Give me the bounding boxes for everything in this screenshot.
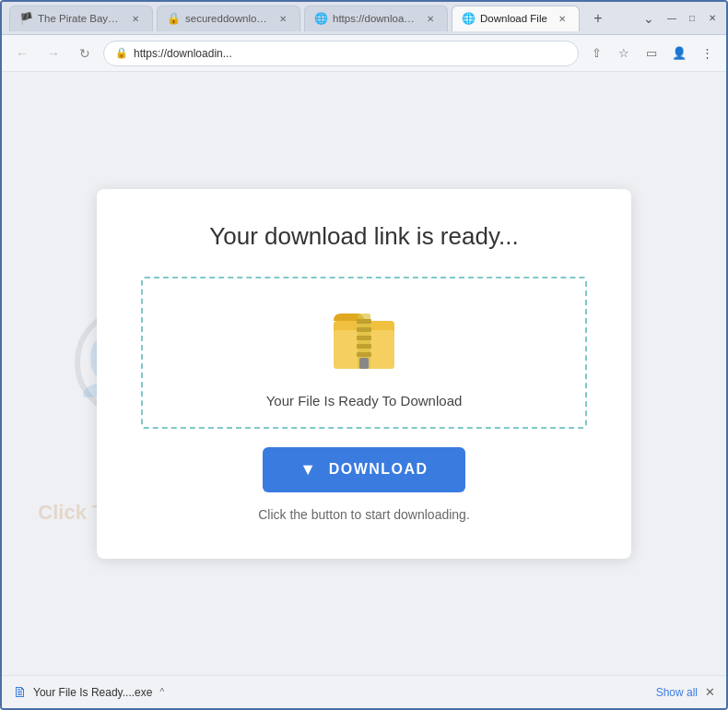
tabs-chevron-icon[interactable]: ⌄ — [640, 9, 658, 28]
status-bar-close[interactable]: ✕ — [705, 685, 715, 699]
tab-piratebay-icon: 🏴 — [19, 12, 32, 25]
status-bar-right: Show all ✕ — [656, 685, 715, 699]
page-content: 👤 PZ Click To View Your download link is… — [2, 72, 726, 675]
tab-https-label: https://downloadin... — [333, 13, 416, 24]
tab-downloadfile[interactable]: 🌐 Download File ✕ — [452, 6, 580, 31]
download-item-chevron[interactable]: ^ — [159, 687, 164, 697]
minimize-button[interactable]: — — [665, 12, 678, 25]
svg-rect-4 — [357, 327, 371, 332]
title-bar: 🏴 The Pirate Bay - T... ✕ 🔒 secureddownl… — [2, 2, 726, 35]
file-box: Your File Is Ready To Download — [141, 277, 587, 429]
download-card: Your download link is ready... — [97, 189, 631, 559]
close-button[interactable]: ✕ — [706, 12, 719, 25]
tabs-container: 🏴 The Pirate Bay - T... ✕ 🔒 secureddownl… — [9, 6, 640, 31]
tab-secureddownload[interactable]: 🔒 secureddownload ✕ — [157, 6, 300, 31]
menu-button[interactable]: ⋮ — [695, 41, 719, 65]
share-button[interactable]: ⇧ — [584, 41, 608, 65]
file-ready-text: Your File Is Ready To Download — [161, 393, 567, 408]
download-icon: ▼ — [299, 460, 317, 479]
svg-rect-7 — [357, 352, 371, 357]
tab-https[interactable]: 🌐 https://downloadin... ✕ — [304, 6, 448, 31]
maximize-button[interactable]: □ — [686, 12, 699, 25]
download-button[interactable]: ▼ DOWNLOAD — [263, 447, 464, 492]
svg-rect-3 — [357, 319, 371, 324]
tab-secureddownload-icon: 🔒 — [167, 12, 180, 25]
navigation-bar: ← → ↻ 🔒 https://downloadin... ⇧ ☆ ▭ 👤 ⋮ — [2, 35, 726, 72]
download-filename: Your File Is Ready....exe — [33, 686, 152, 699]
forward-button[interactable]: → — [41, 41, 66, 66]
tab-secureddownload-label: secureddownload — [185, 13, 268, 24]
tab-https-close[interactable]: ✕ — [423, 11, 438, 26]
sidebar-button[interactable]: ▭ — [640, 41, 663, 65]
svg-rect-5 — [357, 336, 371, 340]
svg-rect-8 — [359, 358, 369, 369]
card-title: Your download link is ready... — [141, 222, 587, 251]
tab-secureddownload-close[interactable]: ✕ — [276, 11, 290, 26]
nav-actions: ⇧ ☆ ▭ 👤 ⋮ — [584, 41, 719, 65]
download-status-item: 🗎 Your File Is Ready....exe ^ — [13, 684, 164, 701]
svg-rect-6 — [357, 344, 371, 349]
tab-downloadfile-icon: 🌐 — [462, 12, 475, 25]
tab-piratebay[interactable]: 🏴 The Pirate Bay - T... ✕ — [9, 6, 153, 31]
tab-https-icon: 🌐 — [314, 12, 327, 25]
tab-piratebay-close[interactable]: ✕ — [128, 11, 143, 26]
click-hint: Click the button to start downloading. — [141, 507, 587, 522]
show-all-button[interactable]: Show all — [656, 686, 698, 699]
download-status-icon: 🗎 — [13, 684, 28, 701]
lock-icon: 🔒 — [115, 47, 128, 59]
address-text: https://downloadin... — [134, 47, 567, 60]
browser-window: 🏴 The Pirate Bay - T... ✕ 🔒 secureddownl… — [0, 0, 728, 710]
address-bar[interactable]: 🔒 https://downloadin... — [103, 41, 579, 66]
bookmark-button[interactable]: ☆ — [612, 41, 636, 65]
zip-file-icon — [161, 304, 567, 382]
window-controls: ⌄ — □ ✕ — [640, 9, 719, 28]
back-button[interactable]: ← — [9, 41, 35, 66]
refresh-button[interactable]: ↻ — [72, 41, 98, 66]
status-bar: 🗎 Your File Is Ready....exe ^ Show all ✕ — [2, 675, 726, 708]
tab-downloadfile-close[interactable]: ✕ — [555, 11, 569, 26]
new-tab-button[interactable]: + — [587, 7, 609, 30]
profile-button[interactable]: 👤 — [667, 41, 691, 65]
tab-piratebay-label: The Pirate Bay - T... — [38, 13, 121, 24]
tab-downloadfile-label: Download File — [480, 13, 547, 24]
download-button-label: DOWNLOAD — [329, 461, 429, 478]
